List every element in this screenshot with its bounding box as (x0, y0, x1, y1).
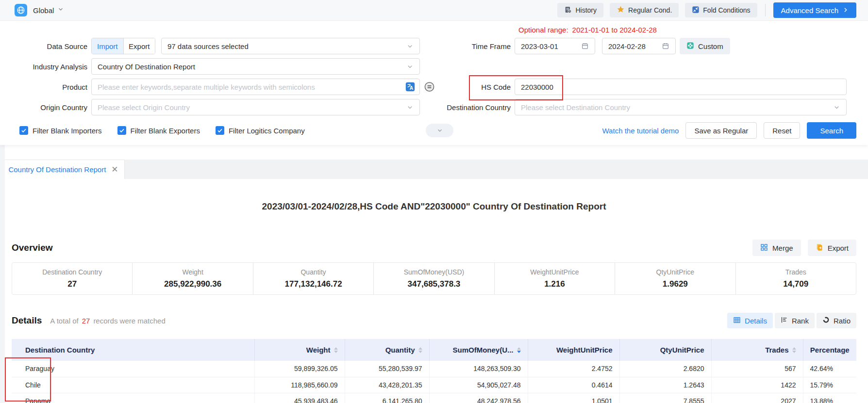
bar-rank-icon (781, 316, 788, 325)
sort-icon[interactable] (418, 347, 422, 353)
table-row[interactable]: Paraguay 59,899,326.05 55,280,539.97 148… (12, 361, 856, 377)
advanced-search-button[interactable]: Advanced Search (773, 2, 856, 18)
time-frame-label: Time Frame (420, 42, 511, 50)
reset-button[interactable]: Reset (764, 122, 800, 139)
destination-country-select[interactable]: Please select Destination Country (515, 99, 847, 115)
product-label: Product (0, 83, 87, 91)
view-details-button[interactable]: Details (727, 313, 773, 328)
col-weight-unit-price: WeightUnitPrice (528, 339, 619, 361)
col-weight[interactable]: Weight (254, 339, 345, 361)
merge-button[interactable]: Merge (752, 240, 801, 256)
optional-range-text: Optional range: 2021-01-01 to 2024-02-28 (518, 26, 868, 34)
chevron-down-icon (57, 6, 64, 15)
filter-blank-exporters-checkbox[interactable]: Filter Blank Exporters (117, 126, 200, 135)
checkbox-checked-icon (19, 126, 28, 135)
custom-range-button[interactable]: Custom (680, 38, 730, 54)
industry-select[interactable]: Country Of Destination Report (91, 58, 420, 75)
spacer (0, 145, 868, 160)
cell-country[interactable]: Panama (12, 393, 254, 403)
details-heading: Details (12, 315, 42, 326)
product-input[interactable] (91, 79, 420, 95)
save-as-regular-button[interactable]: Save as Regular (685, 122, 757, 139)
stat-trades: Trades 14,709 (735, 263, 856, 294)
col-sum-of-money[interactable]: SumOfMoney(U... (429, 339, 528, 361)
tab-country-of-destination-report[interactable]: Country Of Destination Report ✕ (2, 160, 125, 179)
view-ratio-button[interactable]: Ratio (817, 313, 856, 328)
stat-destination-country: Destination Country 27 (12, 263, 132, 294)
fold-icon (692, 6, 700, 15)
hs-code-input[interactable] (515, 79, 847, 95)
stat-quantity: Quantity 177,132,146.72 (253, 263, 373, 294)
exact-match-icon[interactable] (424, 81, 435, 93)
scope-label: Global (33, 6, 54, 15)
sort-icon[interactable] (334, 347, 338, 353)
filter-panel: Optional range: 2021-01-01 to 2024-02-28… (0, 21, 868, 145)
chevron-down-icon (833, 104, 840, 111)
cell-country[interactable]: Chile (12, 377, 254, 393)
tab-bar: Country Of Destination Report ✕ (0, 160, 868, 179)
col-qty-unit-price: QtyUnitPrice (619, 339, 711, 361)
start-date-input[interactable]: 2023-03-01 (515, 38, 595, 54)
translate-icon[interactable]: A (405, 81, 416, 92)
export-button[interactable]: Export (808, 240, 856, 256)
data-sources-select[interactable]: 97 data sources selected (161, 38, 420, 54)
row-filters-actions: Filter Blank Importers Filter Blank Expo… (0, 123, 868, 138)
origin-country-select[interactable]: Please select Origin Country (91, 99, 420, 115)
checkbox-checked-icon (216, 126, 224, 135)
scope-selector[interactable]: Global (15, 4, 64, 16)
view-rank-button[interactable]: Rank (775, 313, 815, 328)
origin-country-label: Origin Country (0, 103, 87, 112)
topbar: Global History Regular Cond. Fold Condit… (0, 0, 868, 21)
stat-qty-unit-price: QtyUnitPrice 1.9629 (615, 263, 735, 294)
col-quantity[interactable]: Quantity (345, 339, 429, 361)
import-export-toggle: Import Export (91, 38, 155, 54)
col-trades[interactable]: Trades (711, 339, 803, 361)
chevron-down-icon (406, 43, 414, 50)
donut-ratio-icon (822, 316, 830, 325)
overview-card: Destination Country 27 Weight 285,922,99… (12, 262, 856, 295)
industry-label: Industry Analysis (0, 63, 87, 71)
regular-cond-button[interactable]: Regular Cond. (610, 3, 679, 17)
table-icon (733, 316, 741, 325)
close-icon[interactable]: ✕ (111, 165, 118, 174)
search-button[interactable]: Search (807, 122, 856, 139)
data-source-label: Data Source (0, 42, 87, 50)
table-header-row: Destination Country Weight Quantity SumO… (12, 339, 856, 361)
chevron-down-icon (406, 104, 414, 111)
history-icon (564, 6, 572, 15)
merge-icon (760, 243, 768, 253)
row-industry: Industry Analysis Country Of Destination… (0, 58, 868, 75)
destination-country-label: Destination Country (420, 103, 511, 112)
cell-country[interactable]: Paraguay (12, 361, 254, 377)
table-row[interactable]: Chile 118,985,660.09 43,428,201.35 54,90… (12, 377, 856, 393)
tutorial-demo-link[interactable]: Watch the tutorial demo (602, 127, 679, 135)
details-table: Destination Country Weight Quantity SumO… (12, 339, 856, 403)
topbar-divider (765, 4, 766, 16)
table-row[interactable]: Panama 45,939,483.46 6,141,265.80 48,242… (12, 393, 856, 403)
row-data-source: Data Source Import Export 97 data source… (0, 38, 868, 54)
overview-header: Overview Merge Export (12, 240, 856, 256)
report-title: 2023/03/01-2024/02/28,HS Code AND"220300… (12, 201, 856, 212)
export-file-icon (816, 243, 823, 253)
row-product: Product A HS Code (0, 79, 868, 95)
stat-weight-unit-price: WeightUnitPrice 1.216 (494, 263, 615, 294)
end-date-input[interactable]: 2024-02-28 (602, 38, 676, 54)
import-toggle[interactable]: Import (92, 38, 123, 54)
details-header: Details A total of 27 records were match… (12, 313, 856, 328)
col-percentage: Percentage (803, 339, 856, 361)
sort-icon-active-desc[interactable] (517, 347, 521, 353)
chevron-right-icon (842, 6, 849, 15)
collapse-conditions-button[interactable] (426, 124, 453, 137)
report-content: 2023/03/01-2024/02/28,HS Code AND"220300… (0, 201, 868, 403)
checkbox-checked-icon (117, 126, 126, 135)
calendar-icon (581, 42, 589, 50)
history-button[interactable]: History (557, 3, 603, 17)
row-countries: Origin Country Please select Origin Coun… (0, 99, 868, 115)
filter-blank-importers-checkbox[interactable]: Filter Blank Importers (19, 126, 102, 135)
custom-icon (686, 42, 694, 51)
sort-icon[interactable] (792, 347, 796, 353)
filter-logistics-company-checkbox[interactable]: Filter Logitics Company (216, 126, 305, 135)
fold-conditions-button[interactable]: Fold Conditions (685, 3, 757, 17)
export-toggle[interactable]: Export (123, 38, 155, 54)
chevron-down-icon (406, 63, 414, 70)
